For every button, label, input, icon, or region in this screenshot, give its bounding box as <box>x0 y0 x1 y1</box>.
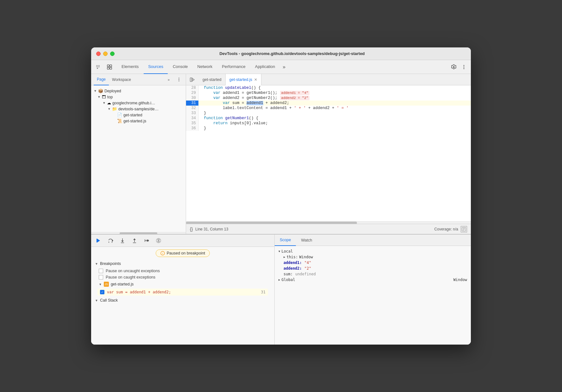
code-line-30: 30 var addend2 = getNumber2();addend2 = … <box>186 95 471 101</box>
line-number-30[interactable]: 30 <box>186 95 199 101</box>
svg-rect-1 <box>96 66 97 67</box>
main-area: Page Workspace » <box>91 74 471 234</box>
tab-console[interactable]: Console <box>168 60 192 74</box>
horizontal-scrollbar[interactable] <box>186 221 471 224</box>
html-file-icon: 📄 <box>117 113 122 117</box>
tree-arrow: ▼ <box>94 89 97 93</box>
bp-checked-icon[interactable]: ✓ <box>100 290 104 294</box>
subtab-workspace[interactable]: Workspace <box>109 74 134 85</box>
pause-caught-item[interactable]: Pause on caught exceptions <box>95 274 271 280</box>
svg-rect-9 <box>110 67 112 69</box>
line-content-28: function updateLabel() { <box>199 85 471 90</box>
line-number-33[interactable]: 33 <box>186 111 199 116</box>
close-button[interactable] <box>96 52 101 56</box>
close-tab-icon[interactable]: ✕ <box>254 77 257 82</box>
line-content-35: return inputs[0].value; <box>199 121 471 126</box>
tree-googlechrome[interactable]: ▼ ☁ googlechrome.github.i… <box>91 100 186 106</box>
tab-elements[interactable]: Elements <box>117 60 143 74</box>
step-out-button[interactable] <box>131 237 138 244</box>
deployed-icon: 📦 <box>98 89 103 93</box>
scope-this-item[interactable]: ▶ this: Window <box>284 254 467 260</box>
tab-performance[interactable]: Performance <box>217 60 250 74</box>
left-subtab-more: » <box>164 75 183 84</box>
js-breakpoint-file-icon: JS <box>104 282 109 287</box>
step-over-button[interactable] <box>107 237 114 244</box>
line-number-31[interactable]: 31 <box>186 101 199 106</box>
status-right: Coverage: n/a <box>434 226 467 232</box>
editor-tab-get-started[interactable]: get-started <box>199 74 226 85</box>
breakpoints-section: ▼ Breakpoints Pause on uncaught exceptio… <box>91 260 274 296</box>
step-into-button[interactable] <box>119 237 126 244</box>
editor-tabs: get-started get-started.js ✕ <box>186 74 471 85</box>
svg-rect-2 <box>97 65 98 66</box>
editor-tab-get-started-js[interactable]: get-started.js ✕ <box>226 74 261 85</box>
maximize-button[interactable] <box>110 52 115 56</box>
scope-global-val: Window <box>453 278 467 282</box>
scope-local-header[interactable]: ▼ Local <box>278 248 467 254</box>
tab-application[interactable]: Application <box>251 60 280 74</box>
minimize-button[interactable] <box>103 52 108 56</box>
pause-uncaught-item[interactable]: Pause on uncaught exceptions <box>95 268 271 274</box>
svg-line-19 <box>193 80 194 81</box>
tab-sources[interactable]: Sources <box>144 60 168 74</box>
left-options-button[interactable] <box>174 75 183 84</box>
paused-badge: i Paused on breakpoint <box>156 249 210 257</box>
breakpoint-item[interactable]: ✓ var sum = addend1 + addend2; 31 <box>97 289 268 296</box>
breakpoints-header[interactable]: ▼ Breakpoints <box>95 260 271 268</box>
coverage-panel-icon[interactable] <box>461 226 467 232</box>
line-number-28[interactable]: 28 <box>186 85 199 90</box>
top-tab-end-buttons <box>449 63 468 71</box>
tree-devtools-samples[interactable]: ▼ 📁 devtools-samples/de… <box>91 106 186 112</box>
code-line-34: 34 function getNumber1() { <box>186 116 471 121</box>
callstack-header[interactable]: ▼ Call Stack <box>95 296 271 304</box>
callstack-label: Call Stack <box>100 298 118 303</box>
line-number-36[interactable]: 36 <box>186 126 199 131</box>
code-editor[interactable]: 28 function updateLabel() { 29 var adden… <box>186 85 471 221</box>
svg-rect-8 <box>107 67 109 69</box>
code-line-31: 31 var sum = addend1 + addend2; <box>186 101 471 106</box>
breakpoints-label: Breakpoints <box>100 261 121 266</box>
code-lines: 28 function updateLabel() { 29 var adden… <box>186 85 471 131</box>
tree-get-started-js[interactable]: 📜 get-started.js <box>91 118 186 124</box>
tab-network[interactable]: Network <box>193 60 217 74</box>
deactivate-breakpoints-button[interactable] <box>155 237 162 244</box>
scope-addend2-key: addend2: <box>284 266 302 271</box>
line-content-30: var addend2 = getNumber2();addend2 = "2" <box>199 95 471 101</box>
callstack-arrow-icon: ▼ <box>95 299 98 302</box>
scope-tab-watch[interactable]: Watch <box>296 235 317 246</box>
breakpoint-filename: get-started.js <box>111 282 134 286</box>
svg-marker-24 <box>97 239 100 242</box>
scope-addend1-val: "4" <box>304 260 311 265</box>
step-button[interactable] <box>143 237 150 244</box>
scope-local-label: Local <box>281 249 293 254</box>
tree-top[interactable]: ▼ 🗔 top <box>91 94 186 100</box>
line-number-32[interactable]: 32 <box>186 106 199 111</box>
devtools-body: Elements Sources Console Network Perform… <box>91 60 471 345</box>
settings-icon[interactable] <box>449 63 458 71</box>
titlebar: DevTools - googlechrome.github.io/devtoo… <box>91 47 471 60</box>
scope-global-item[interactable]: ▶ Global Window <box>278 277 467 283</box>
pause-uncaught-checkbox[interactable] <box>99 269 103 273</box>
pause-caught-checkbox[interactable] <box>99 275 103 279</box>
inspect-icon[interactable] <box>105 63 114 71</box>
breakpoint-file-item: ▼ JS get-started.js <box>95 280 271 288</box>
collapse-navigator-icon[interactable] <box>189 76 196 83</box>
more-tabs-button[interactable]: » <box>280 60 288 74</box>
curly-braces-icon: {} <box>190 227 193 232</box>
code-line-35: 35 return inputs[0].value; <box>186 121 471 126</box>
left-panel: Page Workspace » <box>91 74 186 234</box>
line-number-35[interactable]: 35 <box>186 121 199 126</box>
tree-arrow: ▼ <box>108 107 111 111</box>
tree-deployed[interactable]: ▼ 📦 Deployed <box>91 88 186 94</box>
svg-point-15 <box>178 81 179 81</box>
line-number-29[interactable]: 29 <box>186 90 199 95</box>
subtab-page[interactable]: Page <box>94 74 109 85</box>
tree-get-started[interactable]: 📄 get-started <box>91 112 186 118</box>
more-options-icon[interactable] <box>459 63 468 71</box>
line-content-31: var sum = addend1 + addend2; <box>199 101 471 106</box>
cursor-icon[interactable] <box>94 63 103 71</box>
scope-tab-scope[interactable]: Scope <box>275 235 296 246</box>
resume-button[interactable] <box>95 237 102 244</box>
left-more-button[interactable]: » <box>164 75 173 84</box>
line-number-34[interactable]: 34 <box>186 116 199 121</box>
